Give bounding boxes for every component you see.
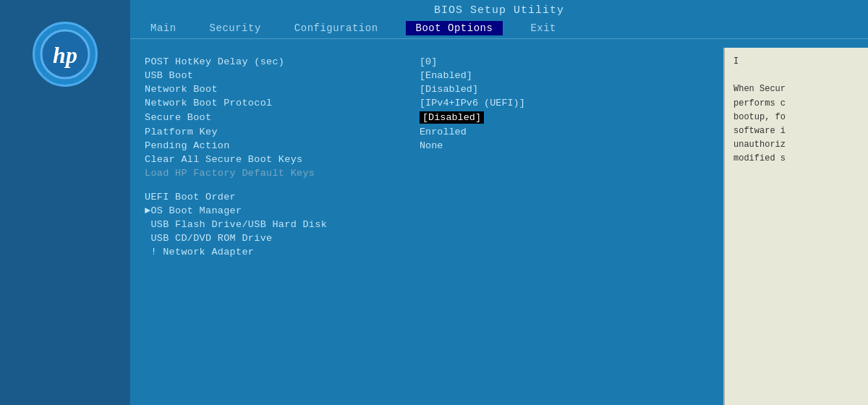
right-panel-text: I When Secur performs c bootup, fo softw… [733, 55, 859, 166]
setting-row-network-boot[interactable]: Network Boot [Disabled] [145, 82, 709, 96]
boot-label-network-adapter: ! Network Adapter [145, 247, 420, 257]
boot-item-usb-cdrom[interactable]: USB CD/DVD ROM Drive [145, 231, 709, 245]
boot-label-os-manager: ►OS Boot Manager [145, 205, 420, 216]
setting-value-hotkey: [0] [420, 56, 437, 67]
settings-panel: POST HotKey Delay (sec) [0] USB Boot [En… [130, 48, 723, 405]
setting-label-clear-keys: Clear All Secure Boot Keys [145, 154, 420, 165]
main-content: BIOS Setup Utility Main Security Configu… [130, 0, 868, 405]
svg-text:hp: hp [53, 42, 77, 68]
setting-label-hotkey: POST HotKey Delay (sec) [145, 56, 420, 67]
section-gap [145, 180, 709, 190]
nav-menu: Main Security Configuration Boot Options… [130, 18, 868, 35]
boot-label-usb-cdrom: USB CD/DVD ROM Drive [145, 233, 420, 244]
nav-exit[interactable]: Exit [524, 21, 562, 35]
setting-value-secure-boot: [Disabled] [420, 111, 484, 124]
nav-boot-options[interactable]: Boot Options [406, 21, 503, 35]
nav-security[interactable]: Security [204, 21, 267, 35]
title-bar: BIOS Setup Utility [130, 0, 868, 18]
setting-value-usb-boot: [Enabled] [420, 70, 472, 81]
setting-row-hotkey[interactable]: POST HotKey Delay (sec) [0] [145, 55, 709, 69]
right-info-panel: I When Secur performs c bootup, fo softw… [723, 48, 868, 405]
hp-logo: hp [33, 22, 98, 87]
bios-title: BIOS Setup Utility [434, 4, 564, 17]
setting-value-pending-action: None [420, 140, 443, 151]
setting-row-factory-keys[interactable]: Load HP Factory Default Keys [145, 166, 709, 180]
setting-row-platform-key[interactable]: Platform Key Enrolled [145, 125, 709, 139]
uefi-boot-order-title: UEFI Boot Order [145, 192, 420, 202]
setting-label-factory-keys: Load HP Factory Default Keys [145, 168, 420, 179]
setting-row-clear-keys[interactable]: Clear All Secure Boot Keys [145, 153, 709, 166]
hp-logo-area: hp [0, 0, 130, 405]
content-area: POST HotKey Delay (sec) [0] USB Boot [En… [130, 48, 868, 405]
setting-value-network-boot: [Disabled] [420, 84, 478, 95]
setting-row-pending-action[interactable]: Pending Action None [145, 139, 709, 153]
nav-main[interactable]: Main [145, 21, 182, 35]
setting-label-network-boot: Network Boot [145, 84, 420, 95]
uefi-boot-order-title-row: UEFI Boot Order [145, 190, 709, 204]
setting-row-usb-boot[interactable]: USB Boot [Enabled] [145, 69, 709, 82]
boot-item-usb-flash[interactable]: USB Flash Drive/USB Hard Disk [145, 218, 709, 231]
setting-label-usb-boot: USB Boot [145, 70, 420, 81]
nav-divider [130, 38, 868, 39]
setting-value-network-protocol: [IPv4+IPv6 (UEFI)] [420, 98, 525, 108]
setting-value-platform-key: Enrolled [420, 127, 467, 137]
setting-row-secure-boot[interactable]: Secure Boot [Disabled] [145, 110, 709, 125]
setting-row-network-protocol[interactable]: Network Boot Protocol [IPv4+IPv6 (UEFI)] [145, 96, 709, 110]
boot-label-usb-flash: USB Flash Drive/USB Hard Disk [145, 219, 420, 230]
nav-configuration[interactable]: Configuration [289, 21, 384, 35]
boot-item-os-manager[interactable]: ►OS Boot Manager [145, 204, 709, 218]
boot-item-network-adapter[interactable]: ! Network Adapter [145, 245, 709, 259]
setting-label-secure-boot: Secure Boot [145, 112, 420, 123]
setting-label-platform-key: Platform Key [145, 127, 420, 137]
setting-label-network-protocol: Network Boot Protocol [145, 98, 420, 108]
setting-label-pending-action: Pending Action [145, 140, 420, 151]
